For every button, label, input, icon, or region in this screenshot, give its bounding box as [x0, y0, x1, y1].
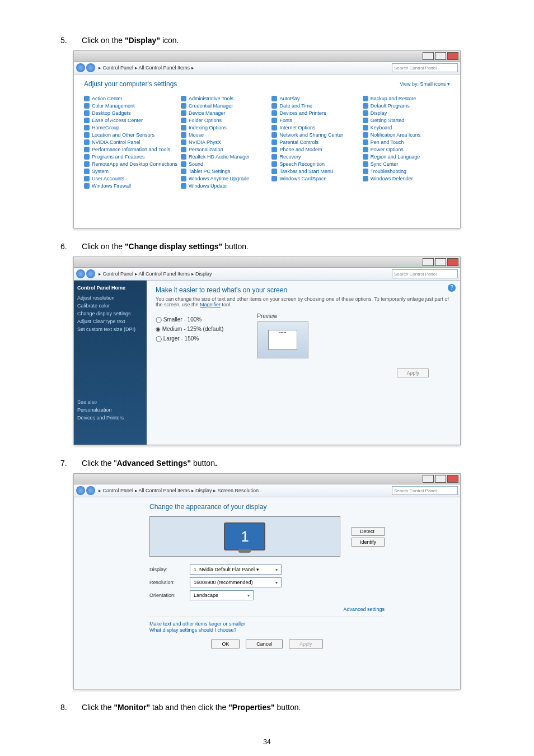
- search-input[interactable]: Search Control Panel: [392, 269, 458, 278]
- maximize-icon[interactable]: [435, 475, 446, 483]
- maximize-icon[interactable]: [435, 258, 446, 266]
- control-panel-item[interactable]: Network and Sharing Center: [271, 132, 359, 138]
- control-panel-item[interactable]: RemoteApp and Desktop Connections: [84, 161, 177, 167]
- control-panel-item[interactable]: Color Management: [84, 103, 177, 109]
- control-panel-item[interactable]: Speech Recognition: [271, 161, 359, 167]
- control-panel-item[interactable]: Action Center: [84, 96, 177, 101]
- search-input[interactable]: Search Control Panel: [392, 486, 458, 495]
- control-panel-item[interactable]: Folder Options: [181, 118, 268, 123]
- control-panel-item[interactable]: Phone and Modem: [271, 147, 359, 152]
- advanced-settings-link[interactable]: Advanced settings: [343, 606, 385, 612]
- control-panel-item[interactable]: Tablet PC Settings: [181, 169, 268, 174]
- detect-button[interactable]: Detect: [352, 527, 385, 536]
- sidebar-link[interactable]: Set custom text size (DPI): [77, 326, 143, 332]
- window-buttons[interactable]: [423, 258, 458, 266]
- forward-icon[interactable]: [86, 269, 95, 278]
- close-icon[interactable]: [447, 475, 458, 483]
- control-panel-item[interactable]: HomeGroup: [84, 125, 177, 130]
- control-panel-item[interactable]: Backup and Restore: [363, 96, 450, 101]
- see-also-link[interactable]: Personalization: [77, 407, 143, 413]
- control-panel-item[interactable]: Default Programs: [363, 103, 450, 109]
- control-panel-item[interactable]: Display: [363, 110, 450, 116]
- control-panel-item[interactable]: Parental Controls: [271, 139, 359, 145]
- control-panel-item[interactable]: Windows Defender: [363, 176, 450, 181]
- display-dropdown[interactable]: 1. Nvidia Default Flat Panel ▾: [190, 564, 282, 575]
- control-panel-item[interactable]: Indexing Options: [181, 125, 268, 130]
- sidebar-link[interactable]: Adjust resolution: [77, 295, 143, 301]
- address-bar[interactable]: ▸ Control Panel ▸ All Control Panel Item…: [74, 268, 460, 281]
- control-panel-item[interactable]: Realtek HD Audio Manager: [181, 154, 268, 160]
- control-panel-item[interactable]: Desktop Gadgets: [84, 110, 177, 116]
- sidebar-link[interactable]: Change display settings: [77, 311, 143, 316]
- control-panel-item[interactable]: Personalization: [181, 147, 268, 152]
- control-panel-item[interactable]: NVIDIA Control Panel: [84, 139, 177, 145]
- control-panel-item[interactable]: Administrative Tools: [181, 96, 268, 101]
- control-panel-item[interactable]: Windows Anytime Upgrade: [181, 176, 268, 181]
- control-panel-item[interactable]: Date and Time: [271, 103, 359, 109]
- control-panel-item[interactable]: User Accounts: [84, 176, 177, 181]
- control-panel-item[interactable]: Programs and Features: [84, 154, 177, 160]
- orientation-dropdown[interactable]: Landscape: [190, 590, 254, 600]
- control-panel-item[interactable]: Credential Manager: [181, 103, 268, 109]
- breadcrumb[interactable]: ▸ Control Panel ▸ All Control Panel Item…: [99, 488, 259, 493]
- back-icon[interactable]: [76, 269, 85, 278]
- address-bar[interactable]: ▸ Control Panel ▸ All Control Panel Item…: [74, 62, 460, 74]
- control-panel-item[interactable]: Recovery: [271, 154, 359, 160]
- see-also-link[interactable]: Devices and Printers: [77, 415, 143, 421]
- forward-icon[interactable]: [86, 486, 95, 495]
- monitor-preview[interactable]: 1: [149, 516, 340, 557]
- minimize-icon[interactable]: [423, 52, 434, 60]
- radio-medium[interactable]: ◉ Medium - 125% (default): [156, 326, 223, 332]
- control-panel-item[interactable]: Location and Other Sensors: [84, 132, 177, 138]
- back-icon[interactable]: [76, 63, 85, 72]
- control-panel-item[interactable]: Troubleshooting: [363, 169, 450, 174]
- control-panel-item[interactable]: NVIDIA PhysX: [181, 139, 268, 145]
- control-panel-item[interactable]: Sound: [181, 161, 268, 167]
- close-icon[interactable]: [447, 258, 458, 266]
- search-input[interactable]: Search Control Panel: [392, 63, 458, 72]
- control-panel-item[interactable]: Windows Firewall: [84, 183, 177, 189]
- control-panel-item[interactable]: Device Manager: [181, 110, 268, 116]
- forward-icon[interactable]: [86, 63, 95, 72]
- control-panel-item[interactable]: Mouse: [181, 132, 268, 138]
- what-settings-link[interactable]: What display settings should I choose?: [149, 627, 237, 633]
- control-panel-item[interactable]: Pen and Touch: [363, 139, 450, 145]
- control-panel-item[interactable]: Getting Started: [363, 118, 450, 123]
- apply-button[interactable]: Apply: [397, 368, 429, 377]
- maximize-icon[interactable]: [435, 52, 446, 60]
- apply-button[interactable]: Apply: [289, 640, 323, 648]
- radio-smaller[interactable]: ◯ Smaller - 100%: [156, 316, 223, 323]
- control-panel-item[interactable]: Notification Area Icons: [363, 132, 450, 138]
- control-panel-item[interactable]: Windows Update: [181, 183, 268, 189]
- resolution-dropdown[interactable]: 1600x900 (recommended): [190, 577, 282, 587]
- magnifier-link[interactable]: Magnifier: [200, 302, 221, 307]
- control-panel-item[interactable]: Windows CardSpace: [271, 176, 359, 181]
- control-panel-item[interactable]: AutoPlay: [271, 96, 359, 101]
- control-panel-item[interactable]: System: [84, 169, 177, 174]
- cancel-button[interactable]: Cancel: [246, 640, 283, 648]
- sidebar-link[interactable]: Calibrate color: [77, 303, 143, 309]
- breadcrumb[interactable]: ▸ Control Panel ▸ All Control Panel Item…: [99, 271, 212, 277]
- control-panel-item[interactable]: Ease of Access Center: [84, 118, 177, 123]
- help-icon[interactable]: ?: [448, 284, 456, 292]
- view-by-dropdown[interactable]: View by: Small icons ▾: [400, 81, 450, 87]
- address-bar[interactable]: ▸ Control Panel ▸ All Control Panel Item…: [74, 484, 460, 497]
- ok-button[interactable]: OK: [211, 640, 240, 648]
- minimize-icon[interactable]: [423, 258, 434, 266]
- control-panel-home-link[interactable]: Control Panel Home: [77, 285, 143, 291]
- make-text-larger-link[interactable]: Make text and other items larger or smal…: [149, 621, 245, 627]
- control-panel-item[interactable]: Region and Language: [363, 154, 450, 160]
- window-buttons[interactable]: [423, 52, 458, 60]
- control-panel-item[interactable]: Fonts: [271, 118, 359, 123]
- control-panel-item[interactable]: Taskbar and Start Menu: [271, 169, 359, 174]
- control-panel-item[interactable]: Power Options: [363, 147, 450, 152]
- control-panel-item[interactable]: Performance Information and Tools: [84, 147, 177, 152]
- control-panel-item[interactable]: Keyboard: [363, 125, 450, 130]
- window-buttons[interactable]: [423, 475, 458, 483]
- control-panel-item[interactable]: Devices and Printers: [271, 110, 359, 116]
- radio-larger[interactable]: ◯ Larger - 150%: [156, 335, 223, 342]
- control-panel-item[interactable]: Sync Center: [363, 161, 450, 167]
- back-icon[interactable]: [76, 486, 85, 495]
- minimize-icon[interactable]: [423, 475, 434, 483]
- identify-button[interactable]: Identify: [352, 538, 385, 547]
